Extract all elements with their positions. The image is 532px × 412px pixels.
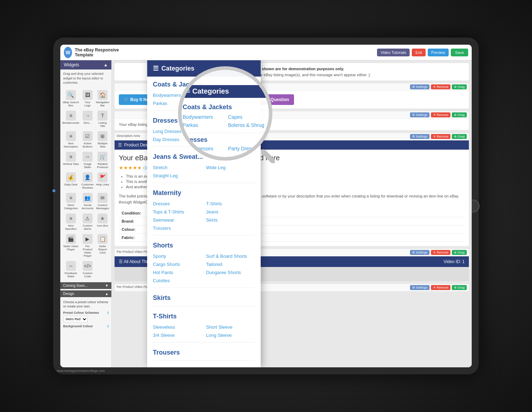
drag-button-action[interactable]: ⊕ Drag [452, 84, 467, 89]
exit-button[interactable]: Exit [412, 49, 425, 56]
widget-multiple-tabs[interactable]: ⊞Multiple Tabs [95, 130, 110, 150]
remove-button-desc-area[interactable]: ✕ Remove [431, 134, 451, 139]
cat-link-culottes[interactable]: Culottes [153, 277, 202, 284]
widget-listing-title[interactable]: TListing Title [95, 109, 110, 129]
settings-button-action[interactable]: ⚙ Settings [410, 84, 430, 89]
preview-button[interactable]: Preview [428, 49, 449, 56]
widget-alerts[interactable]: ⚠Custom Alerts [81, 212, 95, 232]
listing-title-icon: T [98, 111, 107, 121]
cat-links-jeans: Stretch Wide Leg Straight Leg [147, 163, 261, 180]
widget-social[interactable]: 👥Social Accounts [81, 191, 95, 211]
menu-icon: ☰ [153, 65, 159, 72]
cat-link-day-dresses[interactable]: Day Dresses [153, 136, 202, 143]
cat-divider-6 [153, 306, 255, 306]
widget-static-video[interactable]: 🎬Static Video Player [62, 233, 80, 259]
widget-per-product-video[interactable]: ▶Per Product Video Player [81, 233, 95, 259]
widget-image-slider[interactable]: ↔Image Slider [81, 150, 95, 170]
bg-info-icon[interactable]: ℹ [107, 324, 109, 328]
video-tutorials-button[interactable]: Video Tutorials [377, 49, 410, 56]
widget-icon-box[interactable]: ✭Icon Box [95, 212, 110, 232]
widget-vertical-tabs[interactable]: ≡Vertical Tabs [62, 150, 80, 170]
cat-link-long-sleeve[interactable]: Long Sleeve [206, 332, 255, 339]
cat-divider-4 [153, 235, 255, 235]
cat-link-long-dresses[interactable]: Long Dresses [153, 128, 202, 135]
preset-info-icon[interactable]: ℹ [107, 311, 109, 314]
cat-link-parkas[interactable]: Parkas [153, 100, 202, 107]
cat-links-maternity: Dresses T-Shirts Tops & T-Shirts Jeans S… [147, 199, 261, 233]
cat-link-boleros[interactable]: Boleros & Shrug... [206, 100, 255, 107]
preset-select[interactable]: Metro Red [63, 316, 88, 322]
widget-ebay-search[interactable]: 🔍eBay Search Box [62, 89, 80, 108]
cat-link-surf[interactable]: Surf & Board Shorts [206, 253, 255, 260]
cat-link-cargo[interactable]: Cargo Shorts [153, 261, 202, 268]
seller-report-icon: 📋 [98, 234, 107, 244]
top-bar-buttons: Video Tutorials Exit Preview Save [377, 49, 468, 56]
messages-icon: ✉ [98, 193, 107, 203]
widget-item-description[interactable]: ≡Item Description [62, 130, 80, 150]
widget-feedback[interactable]: ↔Feedback Slider [62, 260, 80, 279]
remove-button-title[interactable]: ✕ Remove [431, 112, 451, 117]
widget-messages[interactable]: ✉Custom Messages [95, 191, 110, 211]
cat-link-mat-dresses[interactable]: Dresses [153, 200, 202, 207]
store-cats-icon: ≡ [66, 193, 76, 203]
cat-link-stretch[interactable]: Stretch [153, 164, 202, 171]
cat-link-wide-leg[interactable]: Wide Leg [206, 164, 255, 171]
widget-daily-deal[interactable]: 💰Daily Deal [62, 171, 80, 191]
design-header[interactable]: Design ▲ [60, 290, 111, 297]
remove-button-video-2[interactable]: ✕ Remove [431, 285, 451, 290]
remove-button-video[interactable]: ✕ Remove [431, 250, 451, 255]
cat-link-mat-tshirts[interactable]: T-Shirts [206, 200, 255, 207]
item-desc-icon: → [83, 111, 93, 121]
widget-logo[interactable]: 🖼Your Logo [81, 89, 95, 108]
help-links-label: Help Links [147, 363, 261, 367]
cat-link-three-quarter[interactable]: 3/4 Sleeve [153, 332, 202, 339]
widget-breadcrumbs[interactable]: ≡Breadcrumbs [62, 109, 80, 129]
static-video-icon: 🎬 [66, 234, 76, 244]
cat-divider-1 [153, 110, 255, 111]
cat-link-bodywarmers[interactable]: Bodywarmers [153, 92, 202, 99]
widget-action-buttons[interactable]: ☑Action Buttons [81, 130, 95, 150]
drag-button-desc-area[interactable]: ⊕ Drag [452, 134, 467, 139]
sidebar: Widgets ▲ Drag and drop your selected wi… [60, 60, 112, 367]
cat-link-dungaree[interactable]: Dungaree Shorts [206, 269, 255, 276]
cat-section-tshirts: T-Shirts [147, 308, 261, 322]
drag-button-video-2[interactable]: ⊕ Drag [452, 285, 467, 290]
remove-button-action[interactable]: ✕ Remove [431, 84, 451, 89]
widget-related[interactable]: 🛒Related Products [95, 150, 110, 170]
settings-button-video[interactable]: ⚙ Settings [410, 250, 430, 255]
drag-button-video[interactable]: ⊕ Drag [452, 250, 467, 255]
top-bar: W The eBay Responsive Template Video Tut… [60, 45, 472, 60]
widget-reviews[interactable]: 👤Customer Reviews [81, 171, 95, 191]
settings-button-title[interactable]: ⚙ Settings [410, 112, 430, 117]
widget-store-cats[interactable]: ≡Store Categories [62, 191, 80, 211]
coming-soon-header[interactable]: Coming Soon... ▼ [60, 282, 111, 289]
widget-item-desc[interactable]: →Item... [81, 109, 95, 129]
cat-divider-3 [153, 183, 255, 183]
widget-nav[interactable]: 🏠Navigation Bar [95, 89, 110, 108]
settings-button-video-2[interactable]: ⚙ Settings [410, 285, 430, 290]
cat-link-mat-tops[interactable]: Tops & T-Shirts [153, 208, 202, 215]
drag-button-title[interactable]: ⊕ Drag [452, 112, 467, 117]
widget-help[interactable]: 🚩Help Links [95, 171, 110, 191]
cat-link-sporty[interactable]: Sporty [153, 253, 202, 260]
cat-link-tailored[interactable]: Tailored [206, 261, 255, 268]
cat-link-capes[interactable]: Capes [206, 92, 255, 99]
cat-link-mat-trousers[interactable]: Trousers [153, 225, 202, 232]
widget-seller-report[interactable]: 📋Seller Report Card [95, 233, 110, 259]
widget-custom-code[interactable]: </>Custom Code [81, 260, 95, 279]
settings-button-desc-area[interactable]: ⚙ Settings [410, 134, 430, 139]
cat-link-sleeveless[interactable]: Sleeveless [153, 324, 202, 330]
widget-specifics[interactable]: ≡Item Specifics [62, 212, 80, 232]
cat-link-mat-jeans[interactable]: Jeans [206, 208, 255, 215]
cat-link-straight-leg[interactable]: Straight Leg [153, 172, 202, 179]
cat-link-hot-pants[interactable]: Hot Pants [153, 269, 202, 276]
logo-area: W The eBay Responsive Template [64, 47, 121, 58]
save-button[interactable]: Save [451, 49, 468, 56]
cat-link-mat-swimwear[interactable]: Swimwear [153, 217, 202, 223]
editor-area: The images shown are for demonstration p… [112, 60, 472, 367]
cat-link-short-sleeve[interactable]: Short Sleeve [206, 324, 255, 330]
design-content: Choose a preset colour scheme or create … [60, 297, 111, 332]
cat-link-party-dresses[interactable]: Party Dresses [206, 128, 255, 135]
app-title: The eBay Responsive Template [75, 48, 121, 57]
cat-link-mat-skirts[interactable]: Skirts [206, 217, 255, 223]
